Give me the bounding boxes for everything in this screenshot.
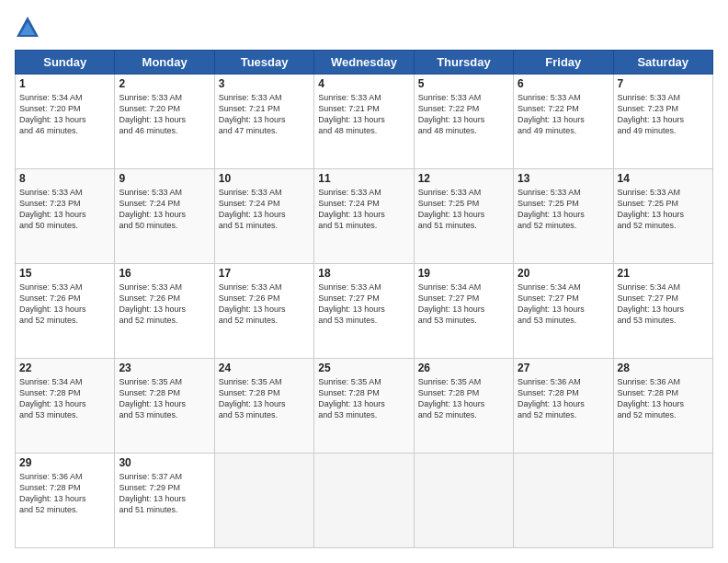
calendar-cell [514,454,613,548]
calendar-table: SundayMondayTuesdayWednesdayThursdayFrid… [15,50,713,548]
day-number: 4 [318,77,409,90]
calendar-cell: 7Sunrise: 5:33 AM Sunset: 7:23 PM Daylig… [613,75,712,169]
day-number: 8 [19,172,110,185]
calendar-body: 1Sunrise: 5:34 AM Sunset: 7:20 PM Daylig… [16,75,713,548]
day-number: 12 [418,172,509,185]
calendar-cell: 12Sunrise: 5:33 AM Sunset: 7:25 PM Dayli… [414,169,513,264]
calendar-week-row: 1Sunrise: 5:34 AM Sunset: 7:20 PM Daylig… [16,75,713,169]
day-number: 27 [518,362,609,374]
cell-sun-info: Sunrise: 5:33 AM Sunset: 7:22 PM Dayligh… [418,92,509,137]
calendar-cell: 29Sunrise: 5:36 AM Sunset: 7:28 PM Dayli… [16,454,115,548]
calendar-cell [314,454,414,548]
day-number: 6 [518,77,609,90]
cell-sun-info: Sunrise: 5:33 AM Sunset: 7:26 PM Dayligh… [119,282,210,327]
day-number: 5 [418,77,509,90]
day-number: 29 [19,456,110,469]
calendar-cell: 1Sunrise: 5:34 AM Sunset: 7:20 PM Daylig… [16,75,115,169]
calendar-cell: 27Sunrise: 5:36 AM Sunset: 7:28 PM Dayli… [514,359,613,454]
cell-sun-info: Sunrise: 5:34 AM Sunset: 7:20 PM Dayligh… [19,92,110,137]
calendar-cell: 23Sunrise: 5:35 AM Sunset: 7:28 PM Dayli… [115,359,214,454]
weekday-header: Wednesday [314,51,414,75]
day-number: 11 [318,172,409,185]
calendar-cell: 25Sunrise: 5:35 AM Sunset: 7:28 PM Dayli… [314,359,414,454]
calendar-cell: 13Sunrise: 5:33 AM Sunset: 7:25 PM Dayli… [514,169,613,264]
cell-sun-info: Sunrise: 5:33 AM Sunset: 7:25 PM Dayligh… [418,187,509,232]
cell-sun-info: Sunrise: 5:33 AM Sunset: 7:21 PM Dayligh… [318,92,409,137]
day-number: 30 [119,456,210,469]
weekday-header: Sunday [16,51,115,75]
cell-sun-info: Sunrise: 5:33 AM Sunset: 7:25 PM Dayligh… [518,187,609,232]
calendar-cell: 4Sunrise: 5:33 AM Sunset: 7:21 PM Daylig… [314,75,414,169]
day-number: 3 [219,77,310,90]
day-number: 26 [418,362,509,374]
day-number: 1 [19,77,110,90]
calendar-week-row: 22Sunrise: 5:34 AM Sunset: 7:28 PM Dayli… [16,359,713,454]
cell-sun-info: Sunrise: 5:36 AM Sunset: 7:28 PM Dayligh… [19,471,110,516]
cell-sun-info: Sunrise: 5:33 AM Sunset: 7:20 PM Dayligh… [119,92,210,137]
calendar-cell: 15Sunrise: 5:33 AM Sunset: 7:26 PM Dayli… [16,264,115,359]
logo [15,15,42,40]
day-number: 2 [119,77,210,90]
cell-sun-info: Sunrise: 5:36 AM Sunset: 7:28 PM Dayligh… [518,376,609,421]
cell-sun-info: Sunrise: 5:35 AM Sunset: 7:28 PM Dayligh… [119,376,210,421]
weekday-header: Monday [115,51,214,75]
day-number: 28 [618,362,709,374]
day-number: 10 [219,172,310,185]
cell-sun-info: Sunrise: 5:33 AM Sunset: 7:23 PM Dayligh… [19,187,110,232]
cell-sun-info: Sunrise: 5:35 AM Sunset: 7:28 PM Dayligh… [318,376,409,421]
day-number: 20 [518,267,609,280]
page: SundayMondayTuesdayWednesdayThursdayFrid… [0,0,728,563]
calendar-cell: 11Sunrise: 5:33 AM Sunset: 7:24 PM Dayli… [314,169,414,264]
day-number: 9 [119,172,210,185]
calendar-cell: 28Sunrise: 5:36 AM Sunset: 7:28 PM Dayli… [613,359,712,454]
cell-sun-info: Sunrise: 5:33 AM Sunset: 7:26 PM Dayligh… [219,282,310,327]
weekday-header: Friday [514,51,613,75]
day-number: 14 [618,172,709,185]
header [15,15,713,40]
cell-sun-info: Sunrise: 5:33 AM Sunset: 7:25 PM Dayligh… [618,187,709,232]
calendar-cell: 16Sunrise: 5:33 AM Sunset: 7:26 PM Dayli… [115,264,214,359]
weekday-header: Thursday [414,51,513,75]
day-number: 23 [119,362,210,374]
cell-sun-info: Sunrise: 5:34 AM Sunset: 7:27 PM Dayligh… [518,282,609,327]
calendar-cell: 3Sunrise: 5:33 AM Sunset: 7:21 PM Daylig… [214,75,313,169]
calendar-cell: 20Sunrise: 5:34 AM Sunset: 7:27 PM Dayli… [514,264,613,359]
cell-sun-info: Sunrise: 5:33 AM Sunset: 7:27 PM Dayligh… [318,282,409,327]
calendar-cell [214,454,313,548]
calendar-cell: 30Sunrise: 5:37 AM Sunset: 7:29 PM Dayli… [115,454,214,548]
calendar-week-row: 8Sunrise: 5:33 AM Sunset: 7:23 PM Daylig… [16,169,713,264]
calendar-cell: 10Sunrise: 5:33 AM Sunset: 7:24 PM Dayli… [214,169,313,264]
day-number: 21 [618,267,709,280]
calendar-cell: 2Sunrise: 5:33 AM Sunset: 7:20 PM Daylig… [115,75,214,169]
day-number: 7 [618,77,709,90]
calendar-week-row: 15Sunrise: 5:33 AM Sunset: 7:26 PM Dayli… [16,264,713,359]
cell-sun-info: Sunrise: 5:36 AM Sunset: 7:28 PM Dayligh… [618,376,709,421]
cell-sun-info: Sunrise: 5:33 AM Sunset: 7:23 PM Dayligh… [618,92,709,137]
calendar-cell: 14Sunrise: 5:33 AM Sunset: 7:25 PM Dayli… [613,169,712,264]
day-number: 16 [119,267,210,280]
calendar-cell: 5Sunrise: 5:33 AM Sunset: 7:22 PM Daylig… [414,75,513,169]
cell-sun-info: Sunrise: 5:33 AM Sunset: 7:24 PM Dayligh… [219,187,310,232]
calendar-cell: 9Sunrise: 5:33 AM Sunset: 7:24 PM Daylig… [115,169,214,264]
calendar-cell: 26Sunrise: 5:35 AM Sunset: 7:28 PM Dayli… [414,359,513,454]
calendar-cell: 17Sunrise: 5:33 AM Sunset: 7:26 PM Dayli… [214,264,313,359]
day-number: 18 [318,267,409,280]
calendar-cell: 22Sunrise: 5:34 AM Sunset: 7:28 PM Dayli… [16,359,115,454]
cell-sun-info: Sunrise: 5:34 AM Sunset: 7:27 PM Dayligh… [618,282,709,327]
weekday-header: Saturday [613,51,712,75]
day-number: 19 [418,267,509,280]
calendar-cell: 8Sunrise: 5:33 AM Sunset: 7:23 PM Daylig… [16,169,115,264]
calendar-cell [414,454,513,548]
cell-sun-info: Sunrise: 5:33 AM Sunset: 7:24 PM Dayligh… [119,187,210,232]
cell-sun-info: Sunrise: 5:33 AM Sunset: 7:26 PM Dayligh… [19,282,110,327]
calendar-cell [613,454,712,548]
day-number: 24 [219,362,310,374]
day-number: 25 [318,362,409,374]
calendar-cell: 21Sunrise: 5:34 AM Sunset: 7:27 PM Dayli… [613,264,712,359]
calendar-cell: 24Sunrise: 5:35 AM Sunset: 7:28 PM Dayli… [214,359,313,454]
cell-sun-info: Sunrise: 5:33 AM Sunset: 7:24 PM Dayligh… [318,187,409,232]
calendar-week-row: 29Sunrise: 5:36 AM Sunset: 7:28 PM Dayli… [16,454,713,548]
weekday-header: Tuesday [214,51,313,75]
cell-sun-info: Sunrise: 5:35 AM Sunset: 7:28 PM Dayligh… [418,376,509,421]
cell-sun-info: Sunrise: 5:35 AM Sunset: 7:28 PM Dayligh… [219,376,310,421]
